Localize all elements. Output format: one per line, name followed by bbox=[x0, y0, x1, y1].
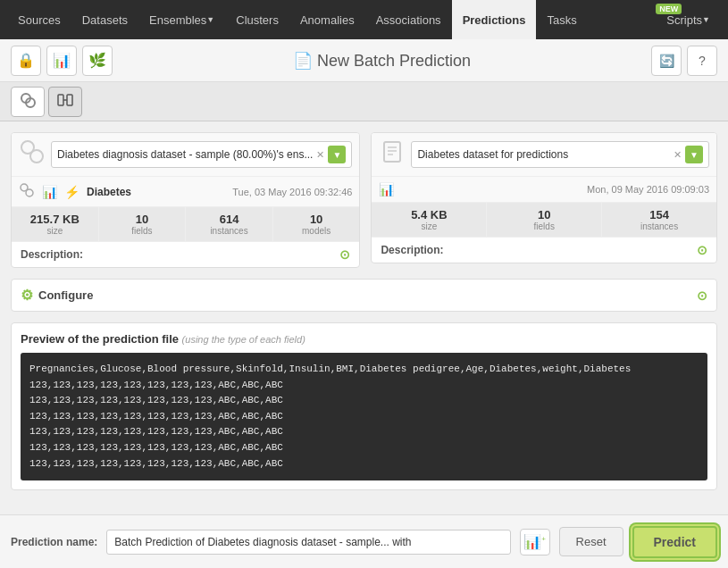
preview-line-6: 123,123,123,123,123,123,123,123,ABC,ABC,… bbox=[29, 456, 699, 472]
left-model-icon bbox=[19, 138, 46, 171]
scripts-new-badge: NEW bbox=[656, 4, 682, 14]
left-stat-size: 215.7 KB size bbox=[12, 207, 99, 241]
right-source-text: Diabetes dataset for predictions bbox=[417, 148, 670, 161]
left-stat-fields-label: fields bbox=[103, 226, 182, 236]
right-desc-label: Description: bbox=[381, 244, 443, 256]
left-stats-row: 215.7 KB size 10 fields 614 instances 10… bbox=[12, 207, 359, 242]
preview-line-5: 123,123,123,123,123,123,123,123,ABC,ABC,… bbox=[29, 440, 699, 456]
nav-associations[interactable]: Associations bbox=[365, 0, 452, 39]
left-source-panel: Diabetes diagnosis dataset - sample (80.… bbox=[11, 132, 360, 268]
right-desc-row: Description: ⊙ bbox=[372, 238, 716, 263]
reset-button[interactable]: Reset bbox=[559, 527, 623, 556]
left-stat-size-value: 215.7 KB bbox=[15, 213, 95, 226]
right-source-clear[interactable]: ✕ bbox=[674, 149, 682, 161]
right-stat-fields: 10 fields bbox=[487, 203, 602, 237]
left-stat-instances-value: 614 bbox=[189, 213, 269, 226]
left-stat-instances-label: instances bbox=[189, 226, 269, 236]
svg-rect-3 bbox=[67, 95, 72, 105]
chart-icon-button[interactable]: 📊 bbox=[46, 46, 77, 76]
left-source-dropdown[interactable]: Diabetes diagnosis dataset - sample (80.… bbox=[51, 141, 352, 168]
sync-icon: 🔄 bbox=[659, 54, 674, 68]
svg-point-8 bbox=[26, 189, 33, 196]
main-toolbar: 🔒 📊 🌿 📄 New Batch Prediction 🔄 ? bbox=[0, 39, 728, 82]
subtoolbar-icon-1 bbox=[19, 91, 37, 113]
right-chart-icon: 📊 bbox=[379, 182, 394, 196]
sync-icon-button[interactable]: 🔄 bbox=[651, 46, 682, 76]
right-stat-fields-value: 10 bbox=[490, 208, 598, 221]
left-stat-fields-value: 10 bbox=[103, 213, 182, 226]
sub-toolbar bbox=[0, 82, 728, 121]
right-model-date: Mon, 09 May 2016 09:09:03 bbox=[587, 184, 709, 195]
right-source-arrow[interactable]: ▼ bbox=[685, 146, 703, 163]
chart-icon: 📊 bbox=[53, 52, 71, 69]
page-title: 📄 New Batch Prediction bbox=[118, 51, 646, 71]
add-to-dashboard-button[interactable]: 📊+ bbox=[520, 529, 550, 555]
left-stat-fields: 10 fields bbox=[99, 207, 187, 241]
bottom-bar: Prediction name: 📊+ Reset Predict bbox=[0, 514, 728, 568]
nav-predictions[interactable]: Predictions bbox=[452, 0, 537, 39]
configure-header: ⚙ Configure ⊙ bbox=[12, 280, 716, 311]
preview-line-0: Pregnancies,Glucose,Blood pressure,Skinf… bbox=[29, 362, 699, 378]
left-ensemble-icon bbox=[19, 182, 35, 201]
left-model-name: Diabetes bbox=[87, 186, 131, 198]
doc-icon: 📄 bbox=[293, 52, 317, 70]
nav-datasets[interactable]: Datasets bbox=[71, 0, 138, 39]
subtoolbar-btn-2[interactable] bbox=[48, 87, 82, 117]
preview-subtitle: (using the type of each field) bbox=[182, 334, 305, 345]
tree-icon-button[interactable]: 🌿 bbox=[82, 46, 113, 76]
preview-line-1: 123,123,123,123,123,123,123,123,ABC,ABC,… bbox=[29, 378, 699, 394]
help-icon-button[interactable]: ? bbox=[687, 46, 717, 76]
left-chart-icon: 📊 bbox=[42, 185, 57, 199]
help-icon: ? bbox=[699, 54, 706, 68]
right-source-panel: Diabetes dataset for predictions ✕ ▼ 📊 M… bbox=[371, 132, 717, 268]
main-content: Diabetes diagnosis dataset - sample (80.… bbox=[0, 121, 728, 568]
left-desc-row: Description: ⊙ bbox=[12, 242, 359, 267]
predict-button[interactable]: Predict bbox=[632, 526, 717, 558]
top-navigation: Sources Datasets Ensembles Clusters Anom… bbox=[0, 0, 728, 39]
right-source-dropdown[interactable]: Diabetes dataset for predictions ✕ ▼ bbox=[411, 141, 709, 168]
nav-sources[interactable]: Sources bbox=[7, 0, 71, 39]
left-desc-label: Description: bbox=[21, 248, 83, 261]
subtoolbar-icon-2 bbox=[56, 91, 74, 113]
preview-line-4: 123,123,123,123,123,123,123,123,ABC,ABC,… bbox=[29, 424, 699, 440]
configure-section: ⚙ Configure ⊙ bbox=[11, 279, 717, 312]
nav-clusters[interactable]: Clusters bbox=[225, 0, 289, 39]
right-stat-instances-label: instances bbox=[606, 221, 713, 231]
right-desc-toggle[interactable]: ⊙ bbox=[697, 243, 707, 257]
lock-icon-button[interactable]: 🔒 bbox=[11, 46, 41, 76]
preview-line-2: 123,123,123,123,123,123,123,123,ABC,ABC,… bbox=[29, 393, 699, 409]
nav-anomalies[interactable]: Anomalies bbox=[289, 0, 365, 39]
left-source-text: Diabetes diagnosis dataset - sample (80.… bbox=[57, 148, 313, 161]
left-source-arrow[interactable]: ▼ bbox=[328, 146, 346, 163]
preview-title-text: Preview of the prediction file bbox=[21, 332, 179, 346]
right-info-row: 📊 Mon, 09 May 2016 09:09:03 bbox=[372, 177, 716, 203]
preview-title: Preview of the prediction file (using th… bbox=[21, 332, 707, 346]
preview-line-3: 123,123,123,123,123,123,123,123,ABC,ABC,… bbox=[29, 409, 699, 425]
left-source-clear[interactable]: ✕ bbox=[316, 149, 324, 161]
configure-gear-icon: ⚙ bbox=[21, 287, 33, 304]
nav-tasks[interactable]: Tasks bbox=[536, 0, 587, 39]
preview-section: Preview of the prediction file (using th… bbox=[11, 322, 717, 490]
left-desc-toggle[interactable]: ⊙ bbox=[339, 247, 350, 262]
lock-icon: 🔒 bbox=[17, 52, 35, 69]
prediction-name-label: Prediction name: bbox=[11, 536, 97, 548]
subtoolbar-btn-1[interactable] bbox=[11, 87, 45, 117]
right-stat-instances: 154 instances bbox=[602, 203, 716, 237]
left-stat-size-label: size bbox=[15, 226, 95, 236]
left-diabetic-icon: ⚡ bbox=[64, 185, 79, 199]
left-model-date: Tue, 03 May 2016 09:32:46 bbox=[232, 187, 352, 197]
configure-toggle[interactable]: ⊙ bbox=[697, 288, 707, 303]
add-chart-icon: 📊+ bbox=[523, 533, 546, 550]
title-text: New Batch Prediction bbox=[317, 52, 471, 70]
left-source-header: Diabetes diagnosis dataset - sample (80.… bbox=[12, 133, 359, 177]
left-stat-instances: 614 instances bbox=[186, 207, 273, 241]
prediction-name-input[interactable] bbox=[106, 530, 510, 555]
right-stat-size: 5.4 KB size bbox=[372, 203, 487, 237]
right-dataset-icon bbox=[379, 138, 406, 171]
right-stat-size-label: size bbox=[375, 221, 482, 231]
right-stat-fields-label: fields bbox=[490, 221, 598, 231]
left-stat-models-value: 10 bbox=[277, 213, 356, 226]
left-stat-models-label: models bbox=[277, 226, 356, 236]
svg-point-6 bbox=[30, 150, 43, 163]
nav-ensembles[interactable]: Ensembles bbox=[138, 0, 225, 39]
